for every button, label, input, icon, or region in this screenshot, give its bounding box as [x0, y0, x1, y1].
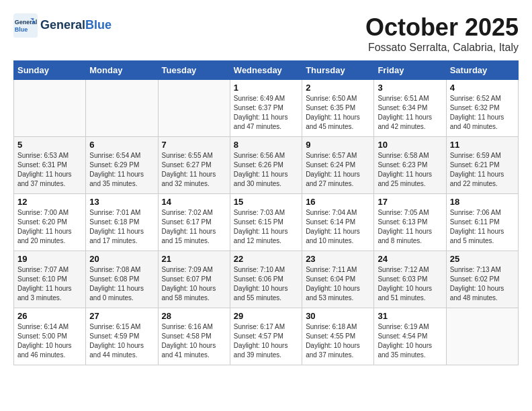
day-number: 17: [378, 197, 442, 207]
logo: General Blue GeneralBlue: [13, 13, 112, 38]
calendar-cell: 26Sunrise: 6:14 AMSunset: 5:00 PMDayligh…: [14, 308, 86, 365]
calendar-cell: 1Sunrise: 6:49 AMSunset: 6:37 PMDaylight…: [230, 80, 302, 137]
weekday-header-wednesday: Wednesday: [230, 61, 302, 80]
calendar-cell: 5Sunrise: 6:53 AMSunset: 6:31 PMDaylight…: [14, 137, 86, 194]
logo-text-block: GeneralBlue: [40, 19, 112, 32]
weekday-header-saturday: Saturday: [446, 61, 518, 80]
day-info: Sunrise: 6:14 AMSunset: 5:00 PMDaylight:…: [17, 322, 82, 360]
calendar-table: SundayMondayTuesdayWednesdayThursdayFrid…: [13, 60, 519, 365]
day-number: 23: [306, 254, 370, 264]
logo-blue: Blue: [85, 18, 112, 32]
day-info: Sunrise: 7:09 AMSunset: 6:07 PMDaylight:…: [162, 265, 226, 303]
calendar-cell: 21Sunrise: 7:09 AMSunset: 6:07 PMDayligh…: [158, 251, 230, 308]
calendar-week-4: 19Sunrise: 7:07 AMSunset: 6:10 PMDayligh…: [14, 251, 519, 308]
day-number: 15: [234, 197, 298, 207]
weekday-header-row: SundayMondayTuesdayWednesdayThursdayFrid…: [14, 61, 519, 80]
day-info: Sunrise: 6:17 AMSunset: 4:57 PMDaylight:…: [234, 322, 298, 360]
day-info: Sunrise: 6:50 AMSunset: 6:35 PMDaylight:…: [306, 94, 370, 132]
month-title: October 2025: [365, 13, 519, 42]
weekday-header-thursday: Thursday: [302, 61, 374, 80]
calendar-cell: [446, 308, 518, 365]
day-number: 14: [162, 197, 226, 207]
day-info: Sunrise: 6:54 AMSunset: 6:29 PMDaylight:…: [89, 151, 154, 189]
calendar-week-3: 12Sunrise: 7:00 AMSunset: 6:20 PMDayligh…: [14, 194, 519, 251]
day-info: Sunrise: 6:19 AMSunset: 4:54 PMDaylight:…: [378, 322, 442, 360]
calendar-cell: 15Sunrise: 7:03 AMSunset: 6:15 PMDayligh…: [230, 194, 302, 251]
day-number: 12: [17, 197, 82, 207]
day-info: Sunrise: 6:57 AMSunset: 6:24 PMDaylight:…: [306, 151, 370, 189]
day-number: 6: [89, 140, 154, 150]
calendar-cell: [158, 80, 230, 137]
weekday-header-monday: Monday: [86, 61, 158, 80]
day-number: 18: [450, 197, 515, 207]
day-number: 3: [378, 83, 442, 93]
day-number: 29: [234, 311, 298, 321]
calendar-cell: 20Sunrise: 7:08 AMSunset: 6:08 PMDayligh…: [86, 251, 158, 308]
day-number: 4: [450, 83, 515, 93]
calendar-cell: [86, 80, 158, 137]
calendar-cell: 2Sunrise: 6:50 AMSunset: 6:35 PMDaylight…: [302, 80, 374, 137]
day-info: Sunrise: 7:10 AMSunset: 6:06 PMDaylight:…: [234, 265, 298, 303]
day-info: Sunrise: 6:52 AMSunset: 6:32 PMDaylight:…: [450, 94, 515, 132]
day-info: Sunrise: 7:04 AMSunset: 6:14 PMDaylight:…: [306, 208, 370, 246]
day-info: Sunrise: 6:15 AMSunset: 4:59 PMDaylight:…: [89, 322, 154, 360]
day-info: Sunrise: 6:16 AMSunset: 4:58 PMDaylight:…: [162, 322, 226, 360]
calendar-cell: 19Sunrise: 7:07 AMSunset: 6:10 PMDayligh…: [14, 251, 86, 308]
day-info: Sunrise: 7:00 AMSunset: 6:20 PMDaylight:…: [17, 208, 82, 246]
day-info: Sunrise: 7:01 AMSunset: 6:18 PMDaylight:…: [89, 208, 154, 246]
day-number: 13: [89, 197, 154, 207]
calendar-cell: 10Sunrise: 6:58 AMSunset: 6:23 PMDayligh…: [374, 137, 446, 194]
day-info: Sunrise: 6:18 AMSunset: 4:55 PMDaylight:…: [306, 322, 370, 360]
calendar-cell: [14, 80, 86, 137]
day-info: Sunrise: 6:53 AMSunset: 6:31 PMDaylight:…: [17, 151, 82, 189]
calendar-cell: 31Sunrise: 6:19 AMSunset: 4:54 PMDayligh…: [374, 308, 446, 365]
day-number: 7: [162, 140, 226, 150]
calendar-cell: 7Sunrise: 6:55 AMSunset: 6:27 PMDaylight…: [158, 137, 230, 194]
day-info: Sunrise: 6:59 AMSunset: 6:21 PMDaylight:…: [450, 151, 515, 189]
calendar-cell: 9Sunrise: 6:57 AMSunset: 6:24 PMDaylight…: [302, 137, 374, 194]
calendar-cell: 13Sunrise: 7:01 AMSunset: 6:18 PMDayligh…: [86, 194, 158, 251]
calendar-cell: 14Sunrise: 7:02 AMSunset: 6:17 PMDayligh…: [158, 194, 230, 251]
day-info: Sunrise: 6:51 AMSunset: 6:34 PMDaylight:…: [378, 94, 442, 132]
title-block: October 2025 Fossato Serralta, Calabria,…: [365, 13, 519, 54]
day-info: Sunrise: 7:07 AMSunset: 6:10 PMDaylight:…: [17, 265, 82, 303]
weekday-header-sunday: Sunday: [14, 61, 86, 80]
calendar-cell: 23Sunrise: 7:11 AMSunset: 6:04 PMDayligh…: [302, 251, 374, 308]
day-info: Sunrise: 6:58 AMSunset: 6:23 PMDaylight:…: [378, 151, 442, 189]
calendar-cell: 24Sunrise: 7:12 AMSunset: 6:03 PMDayligh…: [374, 251, 446, 308]
day-number: 28: [162, 311, 226, 321]
calendar-cell: 28Sunrise: 6:16 AMSunset: 4:58 PMDayligh…: [158, 308, 230, 365]
calendar-cell: 16Sunrise: 7:04 AMSunset: 6:14 PMDayligh…: [302, 194, 374, 251]
day-info: Sunrise: 7:05 AMSunset: 6:13 PMDaylight:…: [378, 208, 442, 246]
day-info: Sunrise: 6:56 AMSunset: 6:26 PMDaylight:…: [234, 151, 298, 189]
day-number: 1: [234, 83, 298, 93]
day-number: 25: [450, 254, 515, 264]
day-number: 5: [17, 140, 82, 150]
day-number: 9: [306, 140, 370, 150]
page-header: General Blue GeneralBlue October 2025 Fo…: [13, 13, 519, 54]
calendar-cell: 3Sunrise: 6:51 AMSunset: 6:34 PMDaylight…: [374, 80, 446, 137]
day-info: Sunrise: 7:03 AMSunset: 6:15 PMDaylight:…: [234, 208, 298, 246]
calendar-cell: 30Sunrise: 6:18 AMSunset: 4:55 PMDayligh…: [302, 308, 374, 365]
day-number: 31: [378, 311, 442, 321]
day-info: Sunrise: 7:11 AMSunset: 6:04 PMDaylight:…: [306, 265, 370, 303]
calendar-cell: 6Sunrise: 6:54 AMSunset: 6:29 PMDaylight…: [86, 137, 158, 194]
calendar-week-1: 1Sunrise: 6:49 AMSunset: 6:37 PMDaylight…: [14, 80, 519, 137]
logo-icon: General Blue: [13, 13, 38, 38]
day-info: Sunrise: 7:08 AMSunset: 6:08 PMDaylight:…: [89, 265, 154, 303]
day-number: 27: [89, 311, 154, 321]
calendar-week-2: 5Sunrise: 6:53 AMSunset: 6:31 PMDaylight…: [14, 137, 519, 194]
calendar-cell: 4Sunrise: 6:52 AMSunset: 6:32 PMDaylight…: [446, 80, 518, 137]
day-info: Sunrise: 7:06 AMSunset: 6:11 PMDaylight:…: [450, 208, 515, 246]
calendar-cell: 12Sunrise: 7:00 AMSunset: 6:20 PMDayligh…: [14, 194, 86, 251]
day-number: 10: [378, 140, 442, 150]
day-number: 26: [17, 311, 82, 321]
calendar-cell: 29Sunrise: 6:17 AMSunset: 4:57 PMDayligh…: [230, 308, 302, 365]
weekday-header-friday: Friday: [374, 61, 446, 80]
day-info: Sunrise: 6:49 AMSunset: 6:37 PMDaylight:…: [234, 94, 298, 132]
day-number: 16: [306, 197, 370, 207]
day-number: 22: [234, 254, 298, 264]
location-title: Fossato Serralta, Calabria, Italy: [365, 42, 519, 54]
day-info: Sunrise: 6:55 AMSunset: 6:27 PMDaylight:…: [162, 151, 226, 189]
calendar-cell: 17Sunrise: 7:05 AMSunset: 6:13 PMDayligh…: [374, 194, 446, 251]
